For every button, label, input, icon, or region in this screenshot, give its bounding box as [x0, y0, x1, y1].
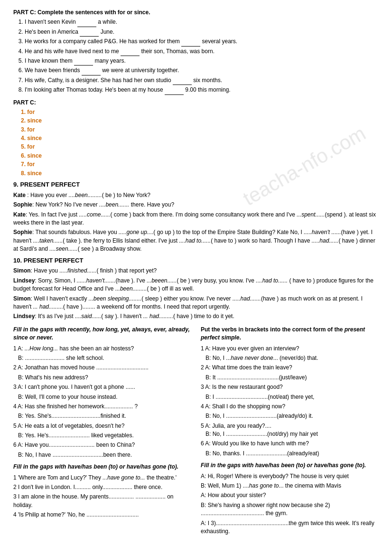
answer-item: 5. for: [21, 143, 379, 151]
exercise-item: 1 A: ...How long... has she been an air …: [13, 345, 191, 363]
answer-item: 6. since: [21, 152, 379, 160]
answer-item: 3. for: [21, 126, 379, 134]
dialogue-line: Sophie: New York? No I've never ....been…: [13, 201, 379, 209]
part-c-header: PART C: Complete the sentences with for …: [13, 9, 379, 17]
part-c-answers-label: PART C:: [13, 99, 379, 107]
right-column: Put the verbs in brackets into the corre…: [201, 326, 379, 537]
list-item: I'm looking after Thomas today. He's bee…: [25, 86, 379, 94]
dialogue-line: Simon: Have you .....finished......( fin…: [13, 267, 379, 275]
fill2-items: 1 'Where are Tom and Lucy?' They ...have…: [13, 474, 191, 519]
dialogue-line: Kate: Yes. In fact I've just .....come..…: [13, 211, 379, 227]
answer-item: 8. since: [21, 169, 379, 178]
exercise-item: 1 'Where are Tom and Lucy?' They ...have…: [13, 474, 191, 482]
exercise-item: 5 A: Julia, are you ready?.... B: No, I …: [201, 422, 379, 439]
exercise-item: 4 A: Has she finished her homework......…: [13, 403, 191, 421]
dialogue-line: Sophie: That sounds fabulous. Have you .…: [13, 228, 379, 253]
list-item: I have known them many years.: [25, 57, 379, 66]
part-c-sentences-list: I haven't seen Kevin a while. He's been …: [25, 18, 379, 94]
list-item: We have been friends we were at universi…: [25, 66, 379, 75]
list-item: I haven't seen Kevin a while.: [25, 18, 379, 27]
answer-item: 4. since: [21, 134, 379, 142]
exercise-item: 3 A: Is the new restaurant good? B: I ..…: [201, 383, 379, 401]
dialogue10: Simon: Have you .....finished......( fin…: [13, 267, 379, 320]
exercise-item: 3 I am alone in the house. My parents...…: [13, 493, 191, 509]
dialogue-line: Lindsey: It's as I've just ....said.....…: [13, 312, 379, 320]
answer-item: 1. for: [21, 108, 379, 116]
list-item: His wife, Cathy, is a designer. She has …: [25, 76, 379, 85]
exercise-item: 2 A: What time does the train leave? B: …: [201, 364, 379, 382]
section9-title: 9. PRESENT PERFECT: [13, 180, 379, 189]
right2-title: Fill in the gaps with have/has been (to)…: [201, 461, 379, 470]
exercise-item: 1 A: Have you ever given an interview? B…: [201, 345, 379, 363]
exercise-item: 4 'Is Philip at home?' 'No, he .........…: [13, 511, 191, 519]
exercise-item: 3 A: I can't phone you. I haven't got a …: [13, 383, 191, 401]
left-column: Fill in the gaps with recently, how long…: [13, 326, 191, 537]
exercise-item: 6 A: Have you...........................…: [13, 441, 191, 459]
right2-items: A: Hi, Roger! Where is everybody? The ho…: [201, 472, 379, 536]
answer-item: 7. for: [21, 160, 379, 169]
two-column-section: Fill in the gaps with recently, how long…: [13, 326, 379, 537]
exercise-item: 6 A: Would you like to have lunch with m…: [201, 440, 379, 458]
exercise-item: A: I 3).................................…: [201, 519, 379, 536]
exercise-item: 4 A: Shall I do the shopping now? B: No,…: [201, 403, 379, 421]
dialogue-line: Kate : Have you ever ....been.........( …: [13, 191, 379, 199]
exercise-item: A: How about your sister? B: She's havin…: [201, 491, 379, 517]
list-item: He and his wife have lived next to me th…: [25, 47, 379, 56]
list-item: He's been in America June.: [25, 28, 379, 37]
answer-item: 2. since: [21, 117, 379, 125]
list-item: He works for a company called P&G. He ha…: [25, 38, 379, 46]
part-c-answers: 1. for 2. since 3. for 4. since 5. for 6…: [21, 108, 379, 178]
exercise-item: 2 I don't live in London. I.......... on…: [13, 483, 191, 491]
dialogue-line: Simon: Well I haven't exactly ...been sl…: [13, 295, 379, 311]
dialogue9: Kate : Have you ever ....been.........( …: [13, 191, 379, 254]
dialogue-line: Lindsey: Sorry, Simon, I ......haven't..…: [13, 277, 379, 293]
exercise-item: 5 A: He eats a lot of vegetables, doesn'…: [13, 422, 191, 440]
fill2-title: Fill in the gaps with have/has been (to)…: [13, 463, 191, 471]
fill1-title: Fill in the gaps with recently, how long…: [13, 326, 191, 342]
exercise-item: A: Hi, Roger! Where is everybody? The ho…: [201, 472, 379, 490]
fill1-items: 1 A: ...How long... has she been an air …: [13, 345, 191, 460]
right1-items: 1 A: Have you ever given an interview? B…: [201, 345, 379, 458]
exercise-item: 2 A: Jonathan has moved house ..........…: [13, 364, 191, 382]
section10-title: 10. PRESENT PERFECT: [13, 256, 379, 265]
right1-title: Put the verbs in brackets into the corre…: [201, 326, 379, 342]
